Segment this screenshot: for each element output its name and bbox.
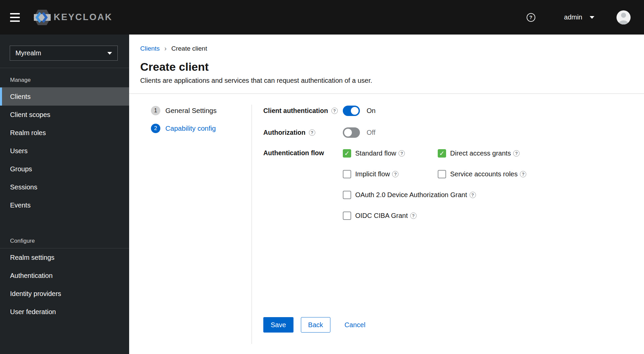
checkbox-standard-flow[interactable]: ✓ Standard flow ? xyxy=(343,149,438,158)
sidebar-item-clients[interactable]: Clients xyxy=(0,87,129,106)
capability-config-form: Client authentication ? On Authorization… xyxy=(252,94,644,354)
client-authentication-label: Client authentication xyxy=(263,107,328,115)
question-circle-icon[interactable]: ? xyxy=(520,171,526,177)
nav-section-title: Configure xyxy=(0,229,129,248)
sidebar-item-groups[interactable]: Groups xyxy=(0,160,129,178)
checkbox-checked-icon: ✓ xyxy=(438,149,446,158)
sidebar-item-realm-settings[interactable]: Realm settings xyxy=(0,248,129,267)
page-header: Clients › Create client Create client Cl… xyxy=(129,35,644,94)
checkbox-oauth-device-authorization-grant[interactable]: OAuth 2.0 Device Authorization Grant ? xyxy=(343,191,526,199)
sidebar-item-events[interactable]: Events xyxy=(0,196,129,214)
keycloak-admin-console: KEYCLOAK ? admin Myrealm Manage Clients … xyxy=(0,0,644,354)
question-circle-icon[interactable]: ? xyxy=(513,150,520,157)
sidebar-item-identity-providers[interactable]: Identity providers xyxy=(0,285,129,303)
page-title: Create client xyxy=(140,60,628,73)
checkbox-unchecked-icon xyxy=(343,191,351,199)
sidebar-item-realm-roles[interactable]: Realm roles xyxy=(0,124,129,142)
checkbox-checked-icon: ✓ xyxy=(343,149,351,158)
user-name: admin xyxy=(564,13,582,21)
masthead-right: ? admin xyxy=(527,10,631,24)
authorization-row: Authorization ? Off xyxy=(263,127,624,138)
main-content: Clients › Create client Create client Cl… xyxy=(129,35,644,354)
masthead: KEYCLOAK ? admin xyxy=(0,0,644,35)
hamburger-menu-icon[interactable] xyxy=(10,13,21,22)
help-icon[interactable]: ? xyxy=(527,13,535,22)
question-circle-icon[interactable]: ? xyxy=(392,171,398,177)
nav-section-configure: Configure Realm settings Authentication … xyxy=(0,229,129,321)
sidebar-item-users[interactable]: Users xyxy=(0,142,129,160)
question-circle-icon[interactable]: ? xyxy=(398,150,405,157)
breadcrumb-clients-link[interactable]: Clients xyxy=(140,45,160,52)
client-authentication-toggle[interactable] xyxy=(343,106,360,116)
authentication-flow-label: Authentication flow xyxy=(263,149,324,157)
client-authentication-row: Client authentication ? On xyxy=(263,106,624,116)
authorization-toggle[interactable] xyxy=(343,127,360,138)
question-circle-icon[interactable]: ? xyxy=(470,192,476,198)
breadcrumb-current: Create client xyxy=(171,45,207,52)
keycloak-logo-icon xyxy=(34,9,51,26)
nav-section-manage: Manage Clients Client scopes Realm roles… xyxy=(0,68,129,214)
checkbox-oidc-ciba-grant[interactable]: OIDC CIBA Grant ? xyxy=(343,212,526,220)
keycloak-logo: KEYCLOAK xyxy=(34,9,113,26)
checkbox-direct-access-grants[interactable]: ✓ Direct access grants ? xyxy=(438,149,526,158)
sidebar-item-sessions[interactable]: Sessions xyxy=(0,178,129,196)
cancel-button[interactable]: Cancel xyxy=(344,321,365,329)
authorization-state: Off xyxy=(367,129,375,136)
authentication-flow-row: Authentication flow ✓ Standard flow ? ✓ … xyxy=(263,149,624,220)
wizard-step-capability-config[interactable]: 2 Capability config xyxy=(151,124,252,133)
step-label: General Settings xyxy=(165,107,217,115)
wizard-step-general-settings[interactable]: 1 General Settings xyxy=(151,106,252,115)
caret-down-icon xyxy=(590,16,594,19)
wizard-steps: 1 General Settings 2 Capability config xyxy=(129,94,252,354)
question-circle-icon[interactable]: ? xyxy=(410,213,417,219)
sidebar-item-client-scopes[interactable]: Client scopes xyxy=(0,106,129,124)
question-circle-icon[interactable]: ? xyxy=(331,108,338,114)
checkbox-implicit-flow[interactable]: Implicit flow ? xyxy=(343,170,438,178)
step-label: Capability config xyxy=(165,124,216,132)
checkbox-unchecked-icon xyxy=(343,212,351,220)
chevron-right-icon: › xyxy=(164,45,167,52)
realm-name: Myrealm xyxy=(15,49,41,57)
realm-selector[interactable]: Myrealm xyxy=(10,46,118,61)
breadcrumb: Clients › Create client xyxy=(140,45,628,52)
step-number: 1 xyxy=(151,106,160,115)
sidebar-item-user-federation[interactable]: User federation xyxy=(0,303,129,321)
avatar[interactable] xyxy=(616,10,631,24)
authentication-flow-options: ✓ Standard flow ? ✓ Direct access grants… xyxy=(343,149,526,220)
page-description: Clients are applications and services th… xyxy=(140,77,628,84)
brand-wordmark: KEYCLOAK xyxy=(54,12,113,22)
save-button[interactable]: Save xyxy=(263,317,293,333)
client-authentication-state: On xyxy=(367,107,376,115)
back-button[interactable]: Back xyxy=(301,317,330,333)
sidebar-nav: Myrealm Manage Clients Client scopes Rea… xyxy=(0,35,129,354)
user-dropdown[interactable]: admin xyxy=(564,13,594,21)
sidebar-item-authentication[interactable]: Authentication xyxy=(0,267,129,285)
create-client-wizard: 1 General Settings 2 Capability config C… xyxy=(129,94,644,354)
form-actions: Save Back Cancel xyxy=(263,317,624,333)
nav-section-title: Manage xyxy=(0,68,129,87)
caret-down-icon xyxy=(107,52,112,55)
authorization-label: Authorization xyxy=(263,129,306,136)
checkbox-unchecked-icon xyxy=(438,170,446,178)
step-number: 2 xyxy=(151,124,160,133)
question-circle-icon[interactable]: ? xyxy=(309,129,315,136)
checkbox-service-accounts-roles[interactable]: Service accounts roles ? xyxy=(438,170,526,178)
checkbox-unchecked-icon xyxy=(343,170,351,178)
